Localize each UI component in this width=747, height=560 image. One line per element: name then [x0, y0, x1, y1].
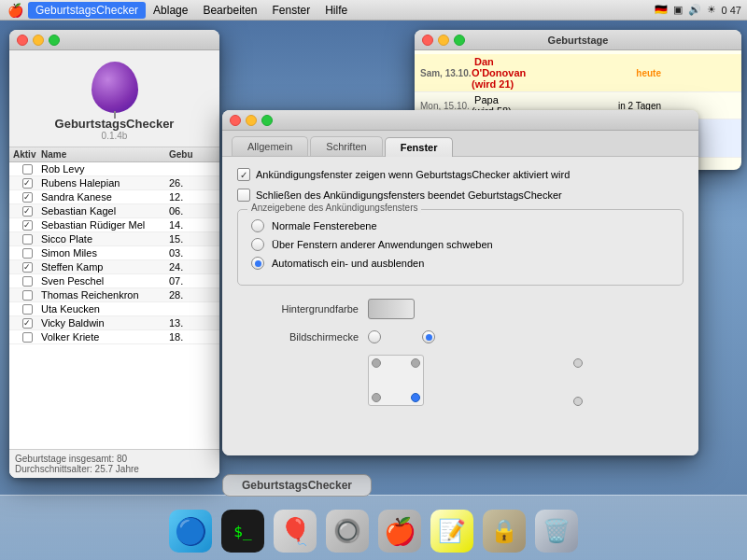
corner-grid: [368, 355, 424, 406]
apple-menu[interactable]: 🍎: [6, 1, 24, 20]
radio-row-2: Über Fenstern anderer Anwendungen schweb…: [251, 238, 669, 251]
dock-item-terminal[interactable]: $_: [219, 508, 266, 554]
terminal-icon: $_: [221, 510, 264, 553]
radio-2[interactable]: [251, 238, 264, 251]
slider-circle-2[interactable]: [573, 397, 583, 406]
row-checkbox[interactable]: [22, 192, 33, 203]
checkbox-row-1: Ankündigungsfenster zeigen wenn Geburtst…: [237, 168, 684, 181]
table-row[interactable]: Simon Miles 03.: [9, 246, 219, 260]
slider-row-1: [573, 358, 590, 368]
row-name: Rob Levy: [41, 163, 169, 175]
dock-item-apple[interactable]: 🍎: [376, 508, 423, 554]
app-logo-area: GeburtstagsChecker 0.1.4b: [9, 50, 219, 147]
bday-window-title: Geburtstage: [548, 35, 609, 46]
dock-item-toggle[interactable]: 🔘: [324, 508, 371, 554]
row-checkbox-cell: [13, 290, 41, 301]
bday-name: Dan O'Donovan (wird 21): [472, 56, 518, 90]
bday-minimize-button[interactable]: [438, 35, 449, 46]
table-row[interactable]: Vicky Baldwin 13.: [9, 316, 219, 330]
settings-traffic-lights[interactable]: [230, 115, 273, 126]
radio-label-2: Über Fenstern anderer Anwendungen schweb…: [272, 239, 493, 250]
radio-1[interactable]: [251, 219, 264, 232]
row-checkbox[interactable]: [22, 234, 33, 245]
row-checkbox[interactable]: [22, 304, 33, 315]
menubar-bearbeiten[interactable]: Bearbeiten: [195, 2, 264, 19]
table-row[interactable]: Steffen Kamp 24.: [9, 260, 219, 274]
lock-icon-content: 🔒: [490, 518, 518, 544]
row-checkbox[interactable]: [22, 290, 33, 301]
table-header: Aktiv Name Gebu: [9, 147, 219, 162]
dock-item-finder[interactable]: 🔵: [167, 508, 214, 554]
table-row[interactable]: Thomas Reichenkron 28.: [9, 288, 219, 302]
bday-traffic-lights[interactable]: [422, 35, 465, 46]
tab-schriften[interactable]: Schriften: [310, 136, 382, 156]
table-row[interactable]: Uta Keucken: [9, 302, 219, 316]
table-row[interactable]: Rob Levy: [9, 162, 219, 176]
close-button[interactable]: [17, 35, 28, 46]
row-date: 12.: [169, 191, 216, 203]
dock-item-balloon[interactable]: 🎈: [272, 508, 318, 554]
table-row[interactable]: Sandra Kanese 12.: [9, 190, 219, 204]
row-checkbox-cell: [13, 164, 41, 175]
row-checkbox[interactable]: [22, 220, 33, 231]
corner-bl: [372, 393, 381, 402]
bday-close-button[interactable]: [422, 35, 433, 46]
slider-circle-1[interactable]: [573, 358, 583, 368]
settings-minimize-button[interactable]: [246, 115, 257, 126]
row-name: Volker Kriete: [41, 331, 169, 343]
table-row[interactable]: Sebastian Rüdiger Mel 14.: [9, 218, 219, 232]
settings-close-button[interactable]: [230, 115, 241, 126]
corner-radio[interactable]: [368, 330, 381, 343]
row-date: 28.: [169, 289, 216, 301]
row-checkbox[interactable]: [22, 178, 33, 189]
row-checkbox-cell: [13, 304, 41, 315]
contact-table[interactable]: Aktiv Name Gebu Rob Levy Rubens Halepian…: [9, 147, 219, 449]
anzeigebene-section: Anzeigebene des Ankündigungsfensters Nor…: [237, 209, 684, 286]
table-row[interactable]: Sven Peschel 07.: [9, 274, 219, 288]
row-checkbox[interactable]: [22, 332, 33, 343]
bday-day: Mon, 15.10.: [420, 101, 472, 111]
checkbox-1[interactable]: [237, 168, 250, 181]
row-date: 24.: [169, 261, 216, 273]
background-row: Hintergrundfarbe: [237, 299, 684, 319]
volume-icon: 🔊: [688, 4, 701, 16]
maximize-button[interactable]: [49, 35, 60, 46]
table-row[interactable]: Rubens Halepian 26.: [9, 176, 219, 190]
tab-fenster[interactable]: Fenster: [385, 137, 454, 157]
menubar-ablage[interactable]: Ablage: [146, 2, 195, 19]
dock-item-lock[interactable]: 🔒: [481, 508, 528, 554]
corner-radio-selected[interactable]: [422, 330, 435, 343]
menubar-fenster[interactable]: Fenster: [264, 2, 317, 19]
row-checkbox[interactable]: [22, 248, 33, 259]
table-row[interactable]: Volker Kriete 18.: [9, 330, 219, 344]
menubar-app[interactable]: GeburtstagsChecker: [28, 2, 146, 19]
traffic-lights[interactable]: [17, 35, 60, 46]
row-checkbox[interactable]: [22, 318, 33, 329]
bday-maximize-button[interactable]: [454, 35, 465, 46]
radio-3[interactable]: [251, 257, 264, 270]
table-row[interactable]: Sebastian Kagel 06.: [9, 204, 219, 218]
row-checkbox[interactable]: [22, 164, 33, 175]
dock-item-trash[interactable]: 🗑️: [533, 508, 580, 554]
row-checkbox[interactable]: [22, 206, 33, 217]
menubar-hilfe[interactable]: Hilfe: [317, 2, 355, 19]
row-name: Sebastian Rüdiger Mel: [41, 219, 169, 231]
dock-item-notes[interactable]: 📝: [429, 508, 475, 554]
row-name: Thomas Reichenkron: [41, 289, 169, 301]
color-swatch[interactable]: [368, 299, 415, 319]
checkbox-2[interactable]: [237, 189, 250, 202]
row-name: Sicco Plate: [41, 233, 169, 245]
toggle-icon-content: 🔘: [333, 518, 361, 544]
bday-day: Sam, 13.10.: [420, 68, 472, 78]
checkbox-label-1: Ankündigungsfenster zeigen wenn Geburtst…: [256, 169, 570, 180]
row-checkbox[interactable]: [22, 262, 33, 273]
row-checkbox-cell: [13, 318, 41, 329]
minimize-button[interactable]: [33, 35, 44, 46]
apple-icon-content: 🍎: [384, 516, 416, 547]
balloon-dock-icon: 🎈: [274, 510, 317, 553]
settings-maximize-button[interactable]: [261, 115, 273, 126]
row-checkbox[interactable]: [22, 276, 33, 287]
table-row[interactable]: Sicco Plate 15.: [9, 232, 219, 246]
tab-allgemein[interactable]: Allgemein: [232, 136, 308, 156]
corner-br: [411, 393, 420, 402]
